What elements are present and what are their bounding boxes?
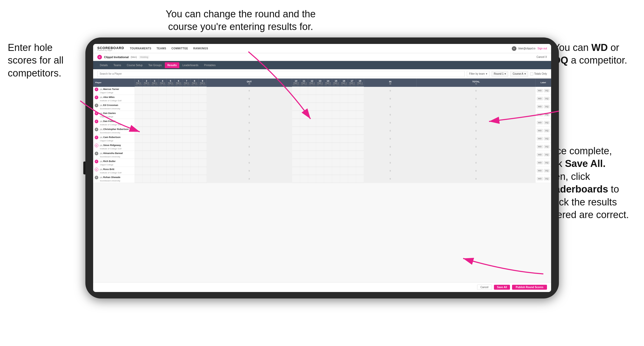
score-cell[interactable]	[135, 159, 143, 167]
tab-details[interactable]: Details	[97, 62, 110, 68]
score-cell[interactable]	[175, 143, 183, 151]
score-cell[interactable]	[190, 175, 198, 183]
score-cell[interactable]	[292, 95, 300, 103]
score-input[interactable]	[191, 160, 198, 166]
score-input[interactable]	[293, 152, 299, 158]
score-cell[interactable]	[175, 111, 183, 119]
wd-button[interactable]: WD	[537, 169, 543, 172]
score-input[interactable]	[333, 128, 339, 134]
score-cell[interactable]	[332, 135, 340, 143]
score-input[interactable]	[357, 176, 363, 182]
score-cell[interactable]	[356, 127, 364, 135]
score-input[interactable]	[325, 160, 331, 166]
score-cell[interactable]	[151, 95, 159, 103]
score-input[interactable]	[199, 160, 206, 166]
score-cell[interactable]	[190, 167, 198, 175]
score-input[interactable]	[191, 88, 198, 94]
wd-button[interactable]: WD	[537, 153, 543, 156]
score-cell[interactable]	[308, 119, 316, 127]
score-input[interactable]	[325, 128, 331, 134]
score-input[interactable]	[349, 120, 355, 126]
score-cell[interactable]	[182, 95, 190, 103]
score-input[interactable]	[357, 152, 363, 158]
score-cell[interactable]	[182, 103, 190, 111]
score-cell[interactable]	[159, 111, 167, 119]
score-cell[interactable]	[182, 135, 190, 143]
score-cell[interactable]	[159, 175, 167, 183]
score-cell[interactable]	[143, 119, 151, 127]
score-cell[interactable]	[159, 127, 167, 135]
score-cell[interactable]	[159, 103, 167, 111]
score-input[interactable]	[333, 152, 339, 158]
score-cell[interactable]	[190, 159, 198, 167]
score-cell[interactable]	[182, 151, 190, 159]
score-input[interactable]	[293, 160, 299, 166]
score-cell[interactable]	[332, 127, 340, 135]
score-input[interactable]	[349, 88, 355, 94]
score-input[interactable]	[301, 168, 307, 174]
score-cell[interactable]	[135, 127, 143, 135]
score-cell[interactable]	[308, 175, 316, 183]
score-input[interactable]	[136, 160, 142, 166]
score-cell[interactable]	[198, 103, 206, 111]
wd-button[interactable]: WD	[537, 121, 543, 124]
score-input[interactable]	[301, 120, 307, 126]
score-input[interactable]	[309, 120, 315, 126]
score-cell[interactable]	[332, 103, 340, 111]
score-cell[interactable]	[332, 87, 340, 95]
score-cell[interactable]	[167, 175, 175, 183]
score-cell[interactable]	[348, 95, 356, 103]
score-input[interactable]	[143, 160, 150, 166]
score-cell[interactable]	[143, 95, 151, 103]
score-input[interactable]	[167, 120, 174, 126]
nav-committee[interactable]: COMMITTEE	[171, 47, 189, 50]
score-cell[interactable]	[135, 143, 143, 151]
score-input[interactable]	[341, 136, 347, 142]
score-cell[interactable]	[316, 111, 324, 119]
score-cell[interactable]	[300, 127, 308, 135]
score-cell[interactable]	[198, 127, 206, 135]
score-cell[interactable]	[198, 87, 206, 95]
score-cell[interactable]	[292, 127, 300, 135]
score-cell[interactable]	[151, 151, 159, 159]
score-input[interactable]	[357, 144, 363, 150]
wd-button[interactable]: WD	[537, 105, 543, 108]
score-input[interactable]	[151, 96, 158, 102]
score-input[interactable]	[136, 136, 142, 142]
score-input[interactable]	[167, 96, 174, 102]
score-input[interactable]	[333, 144, 339, 150]
score-input[interactable]	[175, 112, 182, 118]
score-cell[interactable]	[356, 119, 364, 127]
score-input[interactable]	[341, 104, 347, 110]
score-input[interactable]	[357, 128, 363, 134]
score-input[interactable]	[309, 144, 315, 150]
score-cell[interactable]	[159, 151, 167, 159]
score-cell[interactable]	[300, 143, 308, 151]
score-cell[interactable]	[348, 167, 356, 175]
score-input[interactable]	[199, 128, 206, 134]
score-input[interactable]	[325, 96, 331, 102]
score-cell[interactable]	[151, 159, 159, 167]
score-cell[interactable]	[316, 95, 324, 103]
score-cell[interactable]	[348, 119, 356, 127]
score-input[interactable]	[317, 144, 323, 150]
score-cell[interactable]	[324, 167, 332, 175]
score-input[interactable]	[317, 176, 323, 182]
score-input[interactable]	[151, 152, 158, 158]
score-input[interactable]	[183, 120, 190, 126]
score-cell[interactable]	[167, 87, 175, 95]
search-input[interactable]	[97, 71, 465, 77]
score-cell[interactable]	[190, 87, 198, 95]
wd-button[interactable]: WD	[537, 113, 543, 116]
score-cell[interactable]	[143, 159, 151, 167]
score-input[interactable]	[191, 96, 198, 102]
score-input[interactable]	[151, 112, 158, 118]
score-cell[interactable]	[182, 143, 190, 151]
score-input[interactable]	[183, 104, 190, 110]
score-input[interactable]	[293, 136, 299, 142]
score-input[interactable]	[325, 120, 331, 126]
dq-button[interactable]: DQ	[544, 121, 550, 124]
score-cell[interactable]	[292, 119, 300, 127]
score-cell[interactable]	[167, 135, 175, 143]
score-input[interactable]	[159, 128, 166, 134]
